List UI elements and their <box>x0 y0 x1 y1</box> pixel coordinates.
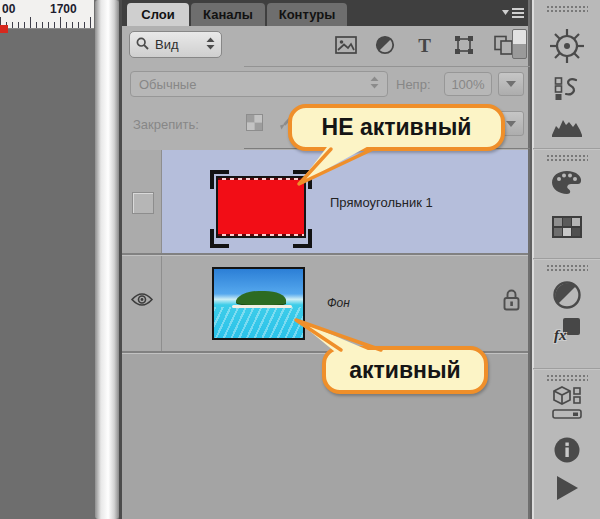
histogram-icon[interactable] <box>532 114 600 138</box>
callout-text: НЕ активный <box>322 114 472 141</box>
layer-row-rectangle[interactable]: Прямоугольник 1 <box>122 150 528 253</box>
lock-label: Закрепить: <box>133 117 199 132</box>
navigator-wheel-icon[interactable] <box>532 26 600 66</box>
vector-mask-bracket <box>210 170 229 189</box>
layer-thumbnail-island-photo[interactable] <box>212 267 305 340</box>
island <box>236 291 286 305</box>
ruler-cursor-mark <box>0 25 8 33</box>
layer-row-content[interactable]: Фон <box>162 256 528 352</box>
layer-row-content[interactable]: Прямоугольник 1 <box>162 150 528 253</box>
layer-lock-icon <box>502 288 521 316</box>
panel-menu-icon[interactable] <box>502 6 524 20</box>
filtering-toggle[interactable] <box>512 29 527 59</box>
info-icon[interactable] <box>532 436 600 464</box>
spinner-arrows-icon <box>370 75 379 93</box>
blend-row: Обычные Непр: 100% <box>122 67 528 100</box>
dock-grip-handle[interactable] <box>546 154 588 162</box>
callout-not-active: НЕ активный <box>288 104 505 151</box>
blend-mode-dropdown[interactable]: Обычные <box>130 71 388 97</box>
eye-icon[interactable] <box>131 292 153 311</box>
dock-separator <box>533 258 600 260</box>
collapsed-panels-dock: fx <box>530 0 600 519</box>
opacity-value: 100% <box>451 77 484 92</box>
fx-label: fx <box>554 327 567 344</box>
layer-row-background[interactable]: Фон <box>122 256 528 352</box>
ruler-label: 1700 <box>50 2 77 16</box>
adjustment-layers-filter-icon[interactable] <box>371 32 399 58</box>
search-icon <box>136 36 149 54</box>
dock-grip-handle[interactable] <box>546 5 588 13</box>
3d-panel-icon[interactable] <box>532 386 600 410</box>
spinner-arrows-icon <box>206 36 215 54</box>
tab-label: Каналы <box>203 7 253 22</box>
tab-channels[interactable]: Каналы <box>191 3 265 26</box>
callout-active: активный <box>322 346 488 394</box>
callout-text: активный <box>349 357 461 384</box>
vector-mask-bracket <box>293 170 312 189</box>
horizontal-ruler: 00 1700 <box>0 0 94 29</box>
dock-separator <box>533 148 600 150</box>
opacity-value-field[interactable]: 100% <box>444 72 492 96</box>
panel-tab-bar: Слои Каналы Контуры <box>122 0 528 26</box>
color-palette-icon[interactable] <box>532 170 600 195</box>
tab-label: Контуры <box>279 7 336 22</box>
ruler-ticks-minor <box>0 22 94 28</box>
adjustments-icon[interactable] <box>532 280 600 310</box>
layer-name: Прямоугольник 1 <box>330 195 433 210</box>
panel-edge-scrollbar[interactable] <box>95 0 119 519</box>
actions-play-icon[interactable] <box>532 474 600 502</box>
filter-row: Вид T <box>122 26 528 63</box>
visibility-toggle-empty[interactable] <box>132 192 154 214</box>
pixel-layers-filter-icon[interactable] <box>332 32 360 58</box>
blend-mode-value: Обычные <box>139 77 370 92</box>
tab-layers[interactable]: Слои <box>127 3 189 26</box>
filter-kind-value: Вид <box>155 37 200 52</box>
visibility-column <box>122 150 162 253</box>
vector-mask-bracket <box>210 229 229 248</box>
layers-panel: Слои Каналы Контуры Вид T <box>122 0 530 519</box>
opacity-label: Непр: <box>396 77 431 92</box>
tab-paths[interactable]: Контуры <box>267 3 347 26</box>
opacity-dropdown-arrow[interactable] <box>498 72 524 96</box>
type-letter: T <box>418 36 431 55</box>
ruler-label: 00 <box>2 2 15 16</box>
layer-name: Фон <box>327 296 350 310</box>
styles-fx-icon[interactable]: fx <box>532 318 600 344</box>
dock-grip-handle[interactable] <box>546 374 588 382</box>
beach <box>232 305 292 308</box>
filter-type-icons: T <box>330 28 519 62</box>
vector-mask-bracket <box>293 229 312 248</box>
dock-grip-handle[interactable] <box>546 264 588 272</box>
history-icon[interactable] <box>532 76 600 102</box>
dock-separator <box>533 368 600 370</box>
shape-layers-filter-icon[interactable] <box>450 32 478 58</box>
lock-transparency-icon[interactable] <box>246 114 263 135</box>
swatches-icon[interactable] <box>532 216 600 238</box>
type-layers-filter-icon[interactable]: T <box>411 32 439 58</box>
photoshop-workspace: 00 1700 Слои Каналы Контуры Вид <box>0 0 600 519</box>
visibility-column <box>122 256 162 352</box>
water-sparkle <box>214 307 303 338</box>
tab-label: Слои <box>141 7 174 22</box>
timeline-icon[interactable] <box>532 409 600 419</box>
filter-kind-dropdown[interactable]: Вид <box>129 31 222 58</box>
